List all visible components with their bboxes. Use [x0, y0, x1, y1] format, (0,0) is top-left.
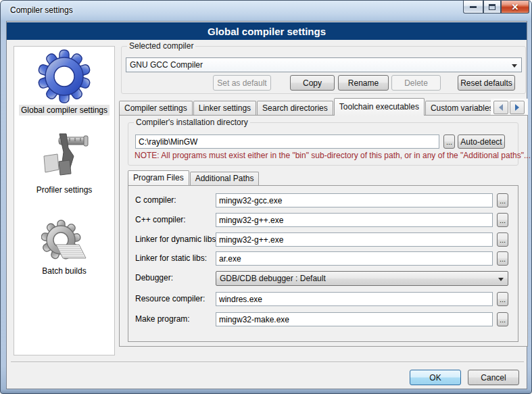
browse-directory-button[interactable]: ... — [443, 134, 455, 149]
gray-gear-stack-icon — [41, 220, 87, 264]
field-label: Make program: — [135, 314, 190, 324]
field-label: C++ compiler: — [135, 215, 186, 224]
cpp-compiler-input[interactable] — [216, 213, 493, 227]
sidebar-item-label: Global compiler settings — [19, 105, 110, 116]
tab-compiler-settings[interactable]: Compiler settings — [119, 101, 193, 116]
sidebar-item-label: Batch builds — [40, 266, 88, 276]
minimize-button[interactable] — [463, 1, 483, 14]
resource-compiler-input[interactable] — [216, 292, 493, 306]
caliper-icon — [39, 132, 90, 183]
program-subtabs: Program FilesAdditional Paths — [128, 170, 260, 185]
auto-detect-button[interactable]: Auto-detect — [458, 134, 505, 149]
debugger-select-value: GDB/CDB debugger : Default — [220, 274, 326, 283]
delete-button[interactable]: Delete — [391, 75, 441, 91]
resource-compiler-browse-button[interactable]: ... — [497, 292, 508, 306]
window-title: Compiler settings — [10, 5, 73, 15]
chevron-right-icon — [515, 104, 519, 111]
c-compiler-browse-button[interactable]: ... — [497, 193, 508, 207]
sidebar-item-profiler-settings[interactable]: Profiler settings — [14, 132, 114, 195]
tab-linker-settings[interactable]: Linker settings — [193, 101, 256, 116]
field-label: Debugger: — [135, 273, 173, 282]
dynamic-linker-input[interactable] — [216, 232, 493, 247]
field-label: Resource compiler: — [135, 294, 205, 303]
sidebar-item-batch-builds[interactable]: Batch builds — [14, 220, 114, 276]
make-program-input[interactable] — [216, 312, 493, 326]
ok-button[interactable]: OK — [410, 370, 461, 385]
footer-divider — [11, 362, 524, 363]
chevron-down-icon — [498, 278, 504, 281]
compiler-select[interactable]: GNU GCC Compiler — [126, 57, 522, 72]
selected-compiler-group-label: Selected compiler — [127, 41, 195, 51]
titlebar[interactable]: Compiler settings ✕ — [1, 1, 531, 21]
tab-toolchain-executables[interactable]: Toolchain executables — [334, 98, 425, 116]
maximize-button[interactable] — [483, 1, 501, 14]
copy-button[interactable]: Copy — [290, 75, 335, 91]
close-button[interactable]: ✕ — [501, 1, 529, 14]
installation-directory-group-label: Compiler's installation directory — [134, 118, 250, 127]
subtab-program-files[interactable]: Program Files — [128, 170, 189, 185]
c-compiler-input[interactable] — [216, 193, 493, 207]
static-linker-browse-button[interactable]: ... — [497, 251, 508, 266]
rename-button[interactable]: Rename — [338, 75, 389, 91]
tab-scroll-right-button[interactable] — [510, 101, 525, 114]
set-as-default-button[interactable]: Set as default — [213, 75, 271, 91]
compiler-settings-window: Compiler settings ✕ Global compiler sett… — [0, 0, 532, 394]
field-label: C compiler: — [135, 195, 176, 205]
subtab-additional-paths[interactable]: Additional Paths — [190, 172, 260, 185]
cpp-compiler-browse-button[interactable]: ... — [497, 213, 508, 227]
reset-defaults-button[interactable]: Reset defaults — [458, 75, 515, 91]
field-label: Linker for static libs: — [135, 253, 207, 263]
minimize-icon — [470, 6, 477, 8]
tab-scroll-controls — [491, 99, 528, 116]
compiler-select-value: GNU GCC Compiler — [130, 60, 203, 70]
chevron-down-icon — [512, 64, 517, 68]
cancel-button[interactable]: Cancel — [468, 370, 519, 385]
tab-scroll-left-button[interactable] — [493, 101, 508, 114]
tab-search-directories[interactable]: Search directories — [257, 101, 333, 116]
program-files-panel: C compiler: ... C++ compiler: ... Linker… — [128, 185, 518, 342]
static-linker-input[interactable] — [216, 251, 493, 266]
installation-directory-input[interactable] — [135, 134, 439, 149]
tab-custom-variables[interactable]: Custom variables — [425, 101, 491, 116]
sidebar-item-label: Profiler settings — [34, 184, 95, 195]
field-label: Linker for dynamic libs: — [135, 235, 218, 244]
maximize-icon — [489, 4, 495, 10]
dialog-client-area: Global compiler settings — [6, 21, 527, 389]
page-title: Global compiler settings — [7, 22, 527, 40]
dynamic-linker-browse-button[interactable]: ... — [497, 232, 508, 247]
close-icon: ✕ — [512, 3, 519, 11]
blue-gear-icon — [37, 49, 91, 103]
settings-sidebar: Global compiler settings — [14, 46, 115, 355]
sidebar-item-global-compiler-settings[interactable]: Global compiler settings — [14, 49, 114, 116]
make-program-browse-button[interactable]: ... — [497, 312, 508, 326]
note-text: NOTE: All programs must exist either in … — [135, 151, 514, 160]
debugger-select[interactable]: GDB/CDB debugger : Default — [216, 271, 508, 286]
compiler-tabs: Compiler settingsLinker settingsSearch d… — [119, 98, 491, 116]
chevron-left-icon — [499, 104, 503, 111]
toolchain-executables-panel: Compiler's installation directory ... Au… — [119, 115, 528, 347]
